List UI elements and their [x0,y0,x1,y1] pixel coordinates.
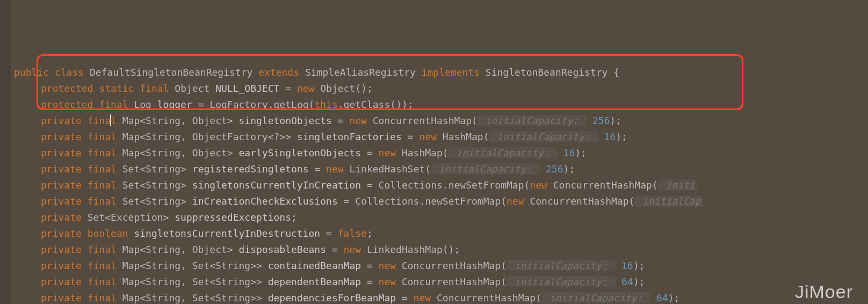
token-type: Collections.newSetFromMap( [355,196,507,207]
token-num: 64 [656,292,668,303]
code-editor[interactable]: public class DefaultSingletonBeanRegistr… [0,0,868,304]
token-op: = [326,244,344,255]
token-plain [299,67,305,78]
token-kw: extends [258,67,299,78]
token-op: ( [652,179,658,191]
code-area[interactable]: public class DefaultSingletonBeanRegistr… [11,64,868,304]
token-plain [524,196,530,207]
code-line[interactable]: private final Set<String> registeredSing… [11,161,868,177]
token-plain [82,244,88,255]
token-kw: new [379,260,396,271]
code-line[interactable]: private final Map<String, Object> single… [11,113,868,129]
token-kw: new [530,179,547,191]
token-plain [93,83,99,94]
token-type: Map<String, Set<String>> [122,292,262,303]
token-type: Map<String, Set<String>> [122,260,262,271]
token-op: = [338,196,356,207]
token-plain [616,260,621,271]
token-kw: static [99,83,134,94]
token-op: = [361,260,379,271]
code-line[interactable]: private final Map<String, ObjectFactory<… [11,129,868,145]
token-hint: initialCapacity: [507,276,616,287]
token-kw: new [414,292,431,303]
token-plain [361,244,367,255]
token-plain [117,131,122,142]
code-line[interactable]: private final Set<String> singletonsCurr… [11,177,868,193]
token-plain [117,292,122,303]
code-line[interactable]: private boolean singletonsCurrentlyInDes… [11,226,868,242]
token-type: Map<String, Object> [122,147,233,158]
token-plain [344,163,350,175]
token-plain [262,292,268,303]
token-kw: final [88,196,117,207]
token-kw: implements [422,67,480,78]
token-plain [587,115,592,126]
code-line[interactable]: private final Map<String, Set<String>> d… [11,274,868,290]
token-plain [262,260,268,271]
token-field: containedBeanMap [268,260,361,271]
token-type: ConcurrentHashMap [553,179,652,191]
token-plain [82,228,88,239]
token-type: HashMap [402,147,443,158]
token-kw: private [41,196,82,207]
token-op: ( [501,260,507,271]
token-plain [151,99,157,110]
token-op: ( [472,115,478,126]
token-num: 16 [563,147,575,158]
token-type: Set<String> [122,196,186,207]
token-plain [82,292,88,303]
token-type: SingletonBeanRegistry [486,67,608,78]
token-plain [93,99,99,110]
token-op: ); [563,163,575,175]
token-type: DefaultSingletonBeanRegistry [90,67,252,78]
token-op: ); [575,147,587,158]
token-plain [540,163,546,175]
token-op: = [361,276,379,287]
token-plain [416,67,422,78]
code-line[interactable]: private final Map<String, Set<String>> d… [11,290,868,304]
token-kw: private [41,179,82,191]
token-hint: initialCapacity: [541,292,650,303]
token-hint: initialCapacity: [478,115,587,126]
token-type: Map<String, ObjectFactory<?>> [122,131,291,142]
token-plain [186,179,192,191]
token-field: singletonFactories [297,131,402,142]
token-kw: class [55,67,84,78]
token-op: (); [355,83,373,94]
token-kw: new [344,244,361,255]
token-plain [82,115,88,126]
token-plain [117,244,122,255]
token-type: Set<String> [122,179,186,191]
token-field: registeredSingletons [192,163,309,175]
code-line[interactable]: private Set<Exception> suppressedExcepti… [11,209,868,226]
code-line[interactable]: private final Set<String> inCreationChec… [11,193,868,209]
code-line[interactable]: protected static final Object NULL_OBJEC… [11,81,868,97]
code-line[interactable]: private final Map<String, Object> earlyS… [11,145,868,161]
token-num: 16 [604,131,616,142]
token-kw: private [41,244,82,255]
code-line[interactable]: public class DefaultSingletonBeanRegistr… [11,64,868,81]
token-type: Set<String> [122,163,186,175]
token-field: earlySingletonObjects [238,147,361,158]
code-line[interactable]: private final Map<String, Set<String>> c… [11,258,868,274]
token-type: LinkedHashMap [367,244,443,255]
token-hint: initialCapacity: [489,131,598,142]
code-line[interactable]: protected final Log logger = LogFactory.… [11,97,868,113]
token-plain [49,67,55,78]
token-plain [169,83,175,94]
token-op: = [320,228,338,239]
token-plain [169,212,175,223]
token-plain [396,147,402,158]
code-line[interactable]: private final Map<String, Object> dispos… [11,242,868,258]
token-op: .getLog( [268,99,315,110]
token-kw: private [41,163,82,175]
token-kw: final [88,147,117,158]
token-plain [367,115,373,126]
token-plain [117,179,122,191]
token-op: ( [536,292,541,303]
token-plain [84,67,90,78]
token-type: Map<String, Object> [122,115,233,126]
token-field: singletonObjects [239,115,332,126]
token-plain [598,131,604,142]
token-op: ); [633,260,645,271]
